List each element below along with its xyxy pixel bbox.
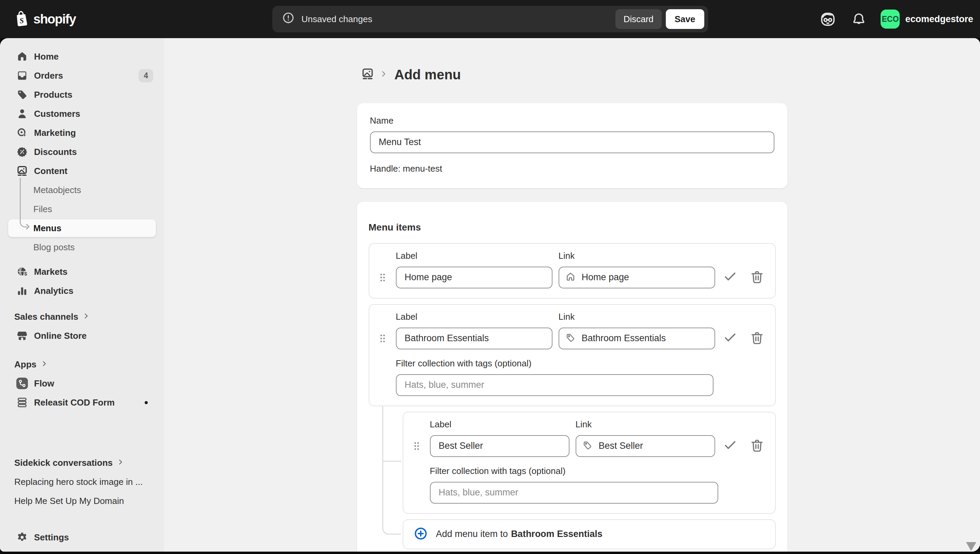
sidebar-item-online-store[interactable]: Online Store	[8, 327, 156, 345]
menu-item-label-input[interactable]	[430, 435, 570, 457]
drag-handle-icon[interactable]	[369, 272, 396, 283]
resize-grip-icon[interactable]	[965, 542, 977, 551]
sidebar-item-marketing[interactable]: Marketing	[8, 124, 156, 142]
menu-item-link-input[interactable]	[558, 267, 715, 288]
filter-tags-group: Filter collection with tags (optional)	[403, 466, 765, 504]
sidebar-item-label: Home	[34, 51, 59, 62]
confirm-item-check-icon[interactable]	[723, 438, 738, 452]
menu-item-label-input[interactable]	[396, 267, 552, 288]
confirm-item-check-icon[interactable]	[723, 269, 738, 284]
delete-item-trash-icon[interactable]	[749, 438, 765, 454]
store-menu[interactable]: ECO ecomedgestore	[881, 10, 973, 29]
sidebar-item-products[interactable]: Products	[8, 86, 156, 103]
sidebar-spacer	[0, 300, 164, 307]
discard-button[interactable]: Discard	[616, 9, 662, 29]
add-nested-label: Add menu item toBathroom Essentials	[436, 529, 603, 540]
chevron-right-icon	[83, 312, 90, 322]
label-field-group: Label	[396, 312, 552, 349]
sidebar-item-discounts[interactable]: Discounts	[8, 143, 156, 161]
add-nested-prefix: Add menu item to	[436, 529, 508, 539]
delete-item-trash-icon[interactable]	[749, 330, 765, 346]
markets-globe-icon: $	[16, 266, 28, 277]
link-field-group: Link	[558, 312, 715, 349]
topbar-right: ECO ecomedgestore	[819, 0, 973, 38]
filter-tags-label: Filter collection with tags (optional)	[430, 466, 765, 476]
sidebar-item-home[interactable]: Home	[8, 48, 156, 65]
sidebar-item-blog-posts[interactable]: Blog posts	[8, 238, 156, 256]
menu-items-card: Menu items L	[357, 202, 788, 552]
conversation-item[interactable]: Help Me Set Up My Domain	[8, 492, 156, 510]
sidebar-item-label: Orders	[34, 70, 63, 81]
sidebar-item-label: Releasit COD Form	[34, 397, 115, 408]
label-field-label: Label	[430, 419, 570, 430]
filter-tags-input[interactable]	[396, 374, 714, 396]
label-field-group: Label	[396, 251, 552, 288]
sidebar-item-analytics[interactable]: Analytics	[8, 282, 156, 300]
sidekick-icon[interactable]	[819, 10, 837, 28]
shopify-logo[interactable]: S shopify	[14, 0, 76, 38]
gear-icon	[16, 532, 28, 543]
sidebar-item-files[interactable]: Files	[8, 200, 156, 218]
menu-name-input[interactable]	[370, 131, 775, 153]
sidekick-conversations-header[interactable]: Sidekick conversations	[8, 454, 156, 471]
discounts-icon	[16, 146, 28, 158]
conversation-item[interactable]: Replacing hero stock image in ...	[8, 473, 156, 491]
breadcrumb-chevron-icon	[380, 70, 388, 80]
sidebar-item-flow[interactable]: Flow	[8, 374, 156, 392]
sidebar-item-settings[interactable]: Settings	[8, 529, 156, 546]
confirm-item-check-icon[interactable]	[723, 330, 738, 345]
name-card: Name Handle: menu-test	[357, 103, 788, 188]
sidebar-item-orders[interactable]: Orders 4	[8, 67, 156, 84]
filter-tags-input[interactable]	[430, 482, 719, 504]
breadcrumb: Add menu	[357, 58, 788, 92]
menu-item-link-input[interactable]	[558, 328, 715, 349]
drag-handle-icon[interactable]	[403, 441, 430, 452]
home-link-icon	[565, 272, 576, 283]
save-button[interactable]: Save	[666, 9, 704, 29]
apps-header[interactable]: Apps	[8, 355, 156, 373]
chevron-right-icon	[117, 458, 124, 468]
menu-item-link-field[interactable]	[558, 267, 715, 288]
delete-item-trash-icon[interactable]	[749, 269, 765, 285]
content-section-icon[interactable]	[361, 67, 374, 82]
plus-circle-icon	[414, 527, 428, 542]
menu-item-link-input[interactable]	[576, 435, 715, 457]
sidebar-item-label: Markets	[34, 267, 67, 277]
add-nested-target: Bathroom Essentials	[511, 529, 603, 539]
label-field-label: Label	[396, 312, 552, 322]
page-content: Add menu Name Handle: menu-test Menu ite…	[357, 38, 788, 552]
sales-channels-label: Sales channels	[14, 312, 78, 322]
sidebar-item-metaobjects[interactable]: Metaobjects	[8, 181, 156, 199]
sidebar-item-label: Analytics	[34, 286, 73, 296]
shopify-wordmark: shopify	[33, 12, 76, 27]
menu-item-link-field[interactable]	[558, 328, 715, 349]
menu-item-link-field[interactable]	[576, 435, 715, 457]
filter-tags-label: Filter collection with tags (optional)	[396, 358, 765, 369]
sidebar-item-customers[interactable]: Customers	[8, 105, 156, 123]
sidebar-item-label: Customers	[34, 108, 80, 119]
topbar: S shopify Unsaved changes Discard Save	[0, 0, 980, 38]
collection-tag-icon	[582, 440, 593, 452]
drag-handle-icon[interactable]	[369, 333, 396, 344]
sidebar-spacer	[0, 257, 164, 262]
sales-channels-header[interactable]: Sales channels	[8, 308, 156, 326]
sidebar-item-label: Discounts	[34, 147, 77, 157]
sidebar-item-markets[interactable]: $ Markets	[8, 263, 156, 280]
notifications-bell-icon[interactable]	[851, 11, 867, 27]
menu-item-fields: Label Link	[369, 312, 765, 349]
sidebar-spacer	[0, 412, 164, 453]
sidebar-item-releasit-cod-form[interactable]: Releasit COD Form	[8, 394, 156, 411]
sidebar-item-label: Marketing	[34, 128, 76, 138]
sidebar-item-menus[interactable]: Menus	[8, 219, 156, 237]
sidebar-item-content[interactable]: Content	[8, 162, 156, 180]
products-tag-icon	[16, 89, 28, 100]
sidebar-item-label: Online Store	[34, 331, 87, 341]
add-nested-menu-item-button[interactable]: Add menu item toBathroom Essentials	[402, 519, 776, 549]
svg-text:$: $	[24, 271, 27, 277]
sidebar-item-label: Menus	[33, 223, 61, 234]
unsaved-changes-bar: Unsaved changes Discard Save	[272, 6, 708, 32]
menu-item-label-input[interactable]	[396, 328, 552, 349]
menu-item-fields: Label Link	[403, 419, 765, 457]
link-field-group: Link	[576, 419, 715, 457]
page-title: Add menu	[395, 67, 461, 83]
